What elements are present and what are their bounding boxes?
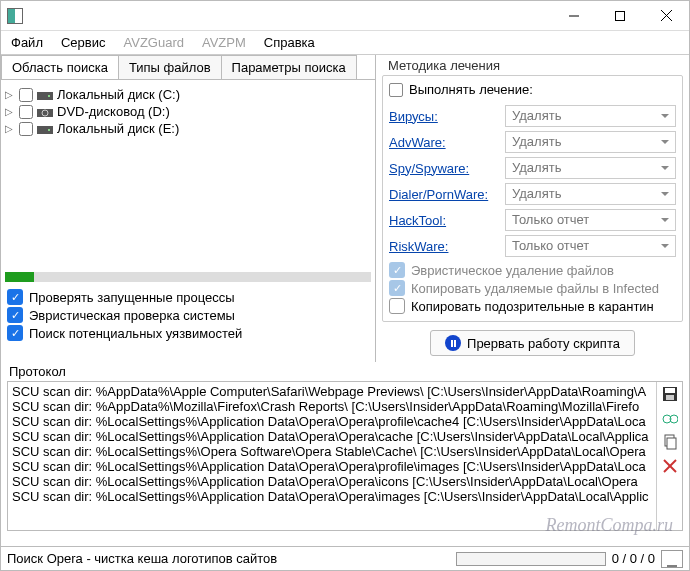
menu-help[interactable]: Справка [264, 35, 315, 50]
svg-rect-8 [37, 126, 53, 134]
row-hacktool-select[interactable]: Только отчет [505, 209, 676, 231]
stop-script-button[interactable]: Прервать работу скрипта [430, 330, 635, 356]
menu-avzpm[interactable]: AVZPM [202, 35, 246, 50]
drive-checkbox[interactable] [19, 88, 33, 102]
checkbox-off-icon [389, 298, 405, 314]
statusbar: Поиск Opera - чистка кеша логотипов сайт… [1, 546, 689, 570]
tree-row[interactable]: ▷ DVD-дисковод (D:) [5, 103, 371, 120]
expand-icon[interactable]: ▷ [5, 123, 15, 134]
row-dialer-label[interactable]: Dialer/PornWare: [389, 187, 499, 202]
checkbox-disabled-icon: ✓ [389, 262, 405, 278]
check-vuln[interactable]: ✓Поиск потенциальных уязвимостей [7, 324, 369, 342]
protocol-line: SCU scan dir: %LocalSettings%\Applicatio… [12, 459, 652, 474]
row-advware-select[interactable]: Удалять [505, 131, 676, 153]
svg-rect-11 [665, 388, 675, 393]
protocol-label: Протокол [1, 362, 689, 379]
checkbox-disabled-icon: ✓ [389, 280, 405, 296]
perform-treatment-checkbox[interactable] [389, 83, 403, 97]
protocol-text[interactable]: SCU scan dir: %AppData%\Apple Computer\S… [8, 382, 656, 530]
status-text: Поиск Opera - чистка кеша логотипов сайт… [7, 551, 277, 566]
treatment-title: Методика лечения [382, 55, 683, 73]
menu-service[interactable]: Сервис [61, 35, 106, 50]
tree-row[interactable]: ▷ Локальный диск (E:) [5, 120, 371, 137]
check-copy-infected: ✓Копировать удаляемые файлы в Infected [389, 279, 676, 297]
watermark: RemontCompa.ru [1, 515, 689, 536]
check-heur-delete: ✓Эвристическое удаление файлов [389, 261, 676, 279]
protocol-line: SCU scan dir: %LocalSettings%\Applicatio… [12, 429, 652, 444]
svg-rect-16 [667, 438, 676, 449]
menu-avzguard[interactable]: AVZGuard [124, 35, 184, 50]
minimize-button[interactable] [551, 1, 597, 31]
protocol-line: SCU scan dir: %LocalSettings%\Applicatio… [12, 414, 652, 429]
svg-point-9 [48, 129, 50, 131]
glasses-icon[interactable] [662, 410, 678, 426]
tab-search-params[interactable]: Параметры поиска [221, 55, 357, 79]
drive-label: Локальный диск (E:) [57, 121, 179, 136]
menu-file[interactable]: Файл [11, 35, 43, 50]
protocol-line: SCU scan dir: %AppData%\Mozilla\Firefox\… [12, 399, 652, 414]
tab-file-types[interactable]: Типы файлов [118, 55, 222, 79]
dvd-icon [37, 105, 53, 119]
close-button[interactable] [643, 1, 689, 31]
tree-row[interactable]: ▷ Локальный диск (C:) [5, 86, 371, 103]
row-spyware-label[interactable]: Spy/Spyware: [389, 161, 499, 176]
drive-tree[interactable]: ▷ Локальный диск (C:) ▷ DVD-дисковод (D:… [1, 80, 375, 270]
protocol-line: SCU scan dir: %LocalSettings%\Applicatio… [12, 489, 652, 504]
drive-label: Локальный диск (C:) [57, 87, 180, 102]
status-counts: 0 / 0 / 0 [612, 551, 655, 566]
svg-rect-12 [666, 395, 674, 400]
left-panel: Область поиска Типы файлов Параметры пои… [1, 55, 376, 362]
svg-point-5 [48, 95, 50, 97]
check-proc[interactable]: ✓Проверять запущенные процессы [7, 288, 369, 306]
row-riskware-label[interactable]: RiskWare: [389, 239, 499, 254]
expand-icon[interactable]: ▷ [5, 106, 15, 117]
app-icon [7, 8, 23, 24]
check-heur[interactable]: ✓Эвристическая проверка системы [7, 306, 369, 324]
row-dialer-select[interactable]: Удалять [505, 183, 676, 205]
protocol-line: SCU scan dir: %LocalSettings%\Applicatio… [12, 474, 652, 489]
protocol-line: SCU scan dir: %AppData%\Apple Computer\S… [12, 384, 652, 399]
row-advware-label[interactable]: AdvWare: [389, 135, 499, 150]
drive-checkbox[interactable] [19, 122, 33, 136]
menubar: Файл Сервис AVZGuard AVZPM Справка [1, 31, 689, 54]
titlebar [1, 1, 689, 31]
expand-icon[interactable]: ▷ [5, 89, 15, 100]
maximize-button[interactable] [597, 1, 643, 31]
svg-rect-1 [616, 11, 625, 20]
protocol-line: SCU scan dir: %LocalSettings%\Opera Soft… [12, 444, 652, 459]
row-hacktool-label[interactable]: HackTool: [389, 213, 499, 228]
scan-progress [5, 272, 371, 282]
checkbox-on-icon: ✓ [7, 307, 23, 323]
hdd-icon [37, 122, 53, 136]
protocol-panel: SCU scan dir: %AppData%\Apple Computer\S… [7, 381, 683, 531]
drive-label: DVD-дисковод (D:) [57, 104, 170, 119]
hdd-icon [37, 88, 53, 102]
checkbox-on-icon: ✓ [7, 325, 23, 341]
right-panel: Методика лечения Выполнять лечение: Виру… [376, 55, 689, 362]
row-riskware-select[interactable]: Только отчет [505, 235, 676, 257]
protocol-sidebar [656, 382, 682, 530]
copy-icon[interactable] [662, 434, 678, 450]
tab-scan-area[interactable]: Область поиска [1, 55, 119, 79]
row-spyware-select[interactable]: Удалять [505, 157, 676, 179]
check-copy-quarantine[interactable]: Копировать подозрительные в карантин [389, 297, 676, 315]
status-progress [456, 552, 606, 566]
row-virus-label[interactable]: Вирусы: [389, 109, 499, 124]
checkbox-on-icon: ✓ [7, 289, 23, 305]
row-virus-select[interactable]: Удалять [505, 105, 676, 127]
save-icon[interactable] [662, 386, 678, 402]
perform-treatment-label: Выполнять лечение: [409, 82, 533, 97]
svg-rect-4 [37, 92, 53, 100]
status-minimize-button[interactable] [661, 550, 683, 568]
left-tabs: Область поиска Типы файлов Параметры пои… [1, 55, 375, 80]
clear-icon[interactable] [662, 458, 678, 474]
drive-checkbox[interactable] [19, 105, 33, 119]
pause-icon [445, 335, 461, 351]
